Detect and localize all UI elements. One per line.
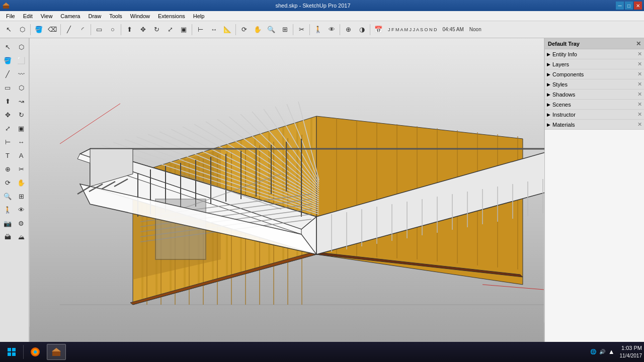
tray-section-layers[interactable]: ▶Layers✕ (545, 59, 644, 69)
left-select-group[interactable]: ⬡ (15, 40, 28, 53)
toolbar-push-pull[interactable]: ⬆ (123, 23, 136, 36)
system-tray: 🌐 🔊 ▲ (588, 348, 617, 355)
menu-item-edit[interactable]: Edit (19, 12, 37, 20)
viewport[interactable] (29, 38, 544, 350)
toolbar-pan[interactable]: ✋ (251, 23, 264, 36)
toolbar-orbit[interactable]: ⟳ (237, 23, 251, 36)
left-move-tool[interactable]: ✥ (1, 108, 14, 121)
left-freehand[interactable]: 〰 (15, 67, 28, 80)
toolbar-time-of-day[interactable]: 04:45 AM (440, 23, 466, 36)
menu-item-view[interactable]: View (37, 12, 57, 20)
left-scale-tool[interactable]: ⤢ (1, 122, 14, 135)
svg-rect-109 (8, 352, 11, 356)
toolbar-calendar[interactable]: 📅 (372, 23, 385, 36)
left-line-tool[interactable]: ╱ (1, 67, 14, 80)
toolbar: ↖⬡🪣⌫╱◜▭○⬆✥↻⤢▣⊢↔📐⟳✋🔍⊞✂🚶👁⊕◑📅J F M A M J J … (0, 21, 644, 38)
tray-section-components[interactable]: ▶Components✕ (545, 69, 644, 79)
left-axes-tool[interactable]: ⊕ (1, 162, 14, 175)
left-push-pull[interactable]: ⬆ (1, 95, 14, 108)
left-position-cam[interactable]: 📷 (1, 217, 14, 230)
toolbar-make-component[interactable]: ⬡ (16, 23, 29, 36)
svg-rect-110 (12, 352, 16, 356)
tray-section-entity-info[interactable]: ▶Entity Info✕ (545, 49, 644, 59)
menu-item-extensions[interactable]: Extensions (154, 12, 189, 20)
tray-sections: ▶Entity Info✕▶Layers✕▶Components✕▶Styles… (545, 49, 644, 130)
left-offset-tool[interactable]: ▣ (15, 122, 28, 135)
toolbar-separator (293, 24, 293, 35)
toolbar-zoom-extents[interactable]: ⊞ (278, 23, 291, 36)
left-tape[interactable]: ⊢ (1, 135, 14, 148)
toolbar-offset[interactable]: ▣ (177, 23, 190, 36)
tray-section-shadows[interactable]: ▶Shadows✕ (545, 89, 644, 100)
toolbar-new-section[interactable]: ✂ (295, 23, 308, 36)
left-toolbar-row: ↖⬡ (1, 40, 28, 53)
left-paint[interactable]: 🪣 (1, 54, 14, 67)
left-rect-tool[interactable]: ▭ (1, 81, 14, 94)
toolbar-tape-measure[interactable]: ⊢ (194, 23, 207, 36)
left-pan-tool[interactable]: ✋ (15, 176, 28, 189)
toolbar-dimensions[interactable]: ↔ (207, 23, 220, 36)
left-select-arrow[interactable]: ↖ (1, 40, 14, 53)
toolbar-rotate[interactable]: ↻ (150, 23, 163, 36)
left-polygon[interactable]: ⬡ (15, 81, 28, 94)
toolbar-scale[interactable]: ⤢ (164, 23, 177, 36)
left-zoom-tool[interactable]: 🔍 (1, 190, 14, 203)
left-3dtext[interactable]: A (15, 149, 28, 162)
tray-section-styles[interactable]: ▶Styles✕ (545, 79, 644, 89)
clock-time: 1:03 PM (620, 344, 642, 352)
maximize-button[interactable]: □ (625, 2, 633, 10)
left-text[interactable]: T (1, 149, 14, 162)
tray-section-instructor[interactable]: ▶Instructor✕ (545, 110, 644, 120)
toolbar-protractor[interactable]: 📐 (221, 23, 234, 36)
toolbar-noon[interactable]: Noon (467, 23, 484, 36)
toolbar-walk[interactable]: 🚶 (311, 23, 325, 36)
left-look-tool[interactable]: 👁 (15, 203, 28, 216)
left-zoom-ext[interactable]: ⊞ (15, 190, 28, 203)
menu-item-camera[interactable]: Camera (56, 12, 84, 20)
left-toolbar: ↖⬡🪣⬜╱〰▭⬡⬆↝✥↻⤢▣⊢↔TA⊕✂⟳✋🔍⊞🚶👁📷⚙🏔⛰ (0, 38, 29, 350)
tray-section-scenes[interactable]: ▶Scenes✕ (545, 100, 644, 110)
toolbar-zoom[interactable]: 🔍 (265, 23, 278, 36)
left-section-plane[interactable]: ✂ (15, 162, 28, 175)
taskbar-firefox[interactable] (26, 344, 45, 360)
toolbar-select[interactable]: ↖ (2, 23, 15, 36)
taskbar-sketchup[interactable] (47, 344, 66, 360)
toolbar-paint-bucket[interactable]: 🪣 (32, 23, 45, 36)
taskbar: 🌐 🔊 ▲ 1:03 PM 11/4/2017 (0, 342, 644, 362)
left-toolbar-row: ╱〰 (1, 67, 28, 80)
app-icon (2, 2, 10, 10)
toolbar-look-around[interactable]: 👁 (325, 23, 338, 36)
close-button[interactable]: ✕ (634, 2, 642, 10)
left-advanced[interactable]: ⚙ (15, 217, 28, 230)
left-dim[interactable]: ↔ (15, 135, 28, 148)
right-panel: Default Tray ✕ ▶Entity Info✕▶Layers✕▶Com… (544, 38, 644, 350)
left-toolbar-row: 🏔⛰ (1, 230, 28, 243)
menu-item-draw[interactable]: Draw (84, 12, 105, 20)
left-orbit-tool[interactable]: ⟳ (1, 176, 14, 189)
toolbar-time-string[interactable]: J F M A M J J A S O N D (385, 23, 440, 36)
tray-close-button[interactable]: ✕ (636, 40, 641, 47)
toolbar-eraser[interactable]: ⌫ (46, 23, 59, 36)
toolbar-move[interactable]: ✥ (136, 23, 149, 36)
toolbar-rectangle[interactable]: ▭ (93, 23, 106, 36)
toolbar-axes[interactable]: ⊕ (342, 23, 355, 36)
tray-section-materials[interactable]: ▶Materials✕ (545, 120, 644, 130)
left-toolbar-row: 📷⚙ (1, 217, 28, 230)
toolbar-shadow[interactable]: ◑ (355, 23, 368, 36)
menu-item-tools[interactable]: Tools (105, 12, 126, 20)
svg-rect-108 (12, 348, 16, 351)
toolbar-line[interactable]: ╱ (62, 23, 75, 36)
menu-item-window[interactable]: Window (126, 12, 154, 20)
minimize-button[interactable]: ─ (616, 2, 624, 10)
menu-item-file[interactable]: File (2, 12, 19, 20)
left-rotate-tool[interactable]: ↻ (15, 108, 28, 121)
left-walk-tool[interactable]: 🚶 (1, 203, 14, 216)
left-follow-me[interactable]: ↝ (15, 95, 28, 108)
toolbar-arc[interactable]: ◜ (76, 23, 89, 36)
toolbar-circle[interactable]: ○ (106, 23, 119, 36)
left-sandbox[interactable]: 🏔 (1, 230, 14, 243)
left-eraser[interactable]: ⬜ (15, 54, 28, 67)
menu-item-help[interactable]: Help (189, 12, 209, 20)
left-sandbox2[interactable]: ⛰ (15, 230, 28, 243)
start-button[interactable] (2, 344, 21, 360)
